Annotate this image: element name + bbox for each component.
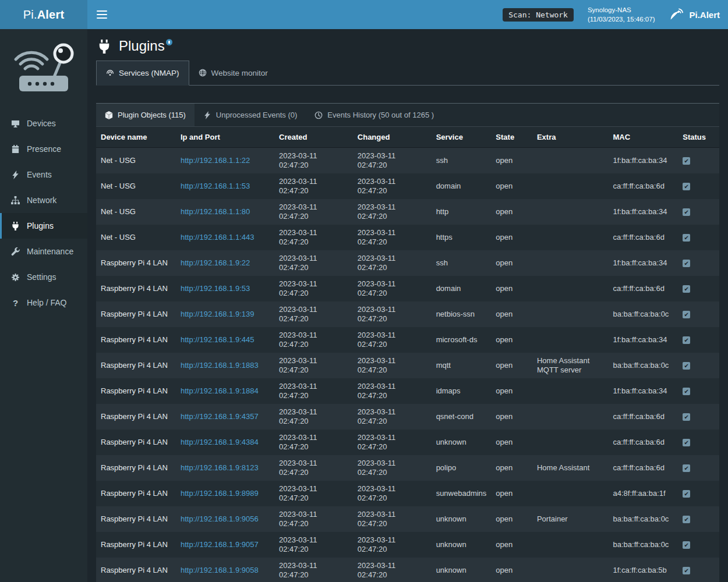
ip-port-link[interactable]: http://192.168.1.1:53 (181, 182, 250, 190)
brand-link[interactable]: Pi.Alert (669, 8, 720, 21)
ip-port-link[interactable]: http://192.168.1.9:22 (181, 258, 250, 267)
cell-status (678, 532, 719, 558)
col-created[interactable]: Created (274, 127, 353, 148)
ip-port-link[interactable]: http://192.168.1.9:53 (181, 284, 250, 293)
col-status[interactable]: Status (678, 127, 719, 148)
cell-extra (532, 199, 609, 225)
status-checkbox[interactable] (683, 260, 690, 267)
cell-changed: 2023-03-11 02:47:20 (353, 301, 432, 327)
col-state[interactable]: State (491, 127, 532, 148)
table-row: Raspberry Pi 4 LAN http://192.168.1.9:81… (96, 455, 719, 481)
cell-status (678, 455, 719, 481)
ip-port-link[interactable]: http://192.168.1.1:80 (181, 207, 250, 216)
server-info: Synology-NAS (11/03/2023, 15:46:07) (588, 5, 655, 24)
col-changed[interactable]: Changed (353, 127, 432, 148)
status-checkbox[interactable] (683, 311, 690, 318)
ip-port-link[interactable]: http://192.168.1.9:8123 (181, 463, 259, 472)
cell-service: unknown (432, 506, 492, 532)
col-ip-and-port[interactable]: Ip and Port (176, 127, 274, 148)
status-checkbox[interactable] (683, 541, 690, 549)
cell-mac: ca:ff:ff:ca:ba:6d (608, 225, 678, 250)
app-logo[interactable]: Pi.Alert (0, 0, 87, 29)
status-checkbox[interactable] (683, 183, 690, 190)
ip-port-link[interactable]: http://192.168.1.9:139 (181, 310, 255, 318)
table-row: Raspberry Pi 4 LAN http://192.168.1.9:90… (96, 506, 719, 532)
status-checkbox[interactable] (683, 362, 690, 370)
status-checkbox[interactable] (683, 208, 690, 216)
sidebar-item-presence[interactable]: Presence (0, 136, 87, 162)
cell-device-name: Raspberry Pi 4 LAN (96, 558, 176, 582)
cell-ip-port: http://192.168.1.1:80 (176, 199, 274, 225)
status-checkbox[interactable] (683, 413, 690, 421)
ip-port-link[interactable]: http://192.168.1.9:1884 (181, 386, 259, 395)
cell-state: open (491, 199, 532, 225)
ip-port-link[interactable]: http://192.168.1.9:445 (181, 335, 255, 344)
ip-port-link[interactable]: http://192.168.1.9:9058 (181, 566, 259, 574)
col-service[interactable]: Service (432, 127, 492, 148)
cell-ip-port: http://192.168.1.9:9057 (176, 532, 274, 558)
cell-created: 2023-03-11 02:47:20 (274, 353, 353, 378)
cell-created: 2023-03-11 02:47:20 (274, 558, 353, 582)
sidebar-item-events[interactable]: Events (0, 162, 87, 187)
cell-extra (532, 148, 609, 174)
sidebar-toggle-button[interactable] (87, 0, 116, 29)
cell-service: unknown (432, 558, 492, 582)
cell-extra (532, 378, 609, 404)
status-checkbox[interactable] (683, 157, 690, 165)
radar-icon (669, 8, 684, 21)
cell-changed: 2023-03-11 02:47:20 (353, 250, 432, 276)
subtab-plugin-objects[interactable]: Plugin Objects (115) (96, 104, 195, 126)
ip-port-link[interactable]: http://192.168.1.9:4357 (181, 412, 259, 421)
cell-changed: 2023-03-11 02:47:20 (353, 404, 432, 430)
cell-mac: 1f:ca:ff:ca:ba:5b (608, 558, 678, 582)
ip-port-link[interactable]: http://192.168.1.1:443 (181, 233, 255, 242)
sidebar-item-settings[interactable]: Settings (0, 264, 87, 290)
cell-extra: Home Assistant (532, 455, 609, 481)
table-header-row: Device name Ip and Port Created Changed … (96, 127, 719, 148)
subtab-unprocessed-events[interactable]: Unprocessed Events (0) (195, 104, 306, 126)
cell-changed: 2023-03-11 02:47:20 (353, 148, 432, 174)
ip-port-link[interactable]: http://192.168.1.9:9057 (181, 540, 259, 549)
plug-icon (97, 40, 111, 54)
tab-website-monitor[interactable]: Website monitor (189, 61, 277, 85)
status-checkbox[interactable] (683, 336, 690, 344)
cell-service: mqtt (432, 353, 492, 378)
subtab-label: Events History (50 out of 1265 ) (327, 111, 434, 119)
cell-created: 2023-03-11 02:47:20 (274, 455, 353, 481)
col-device-name[interactable]: Device name (96, 127, 176, 148)
status-checkbox[interactable] (683, 234, 690, 242)
status-checkbox[interactable] (683, 388, 690, 395)
sidebar-item-devices[interactable]: Devices (0, 111, 87, 136)
sidebar-item-network[interactable]: Network (0, 187, 87, 213)
ip-port-link[interactable]: http://192.168.1.9:4384 (181, 438, 259, 446)
sidebar-item-maintenance[interactable]: Maintenance (0, 239, 87, 264)
ip-port-link[interactable]: http://192.168.1.1:22 (181, 156, 250, 165)
status-checkbox[interactable] (683, 516, 690, 523)
cell-mac: 1f:ba:ff:ca:ba:34 (608, 250, 678, 276)
ip-port-link[interactable]: http://192.168.1.9:9056 (181, 514, 259, 523)
status-checkbox[interactable] (683, 285, 690, 293)
cell-state: open (491, 532, 532, 558)
server-name: Synology-NAS (588, 5, 655, 15)
status-checkbox[interactable] (683, 567, 690, 574)
tab-services-nmap[interactable]: Services (NMAP) (96, 61, 189, 86)
col-extra[interactable]: Extra (532, 127, 609, 148)
plugin-subtabs: Plugin Objects (115) Unprocessed Events … (96, 103, 719, 127)
col-mac[interactable]: MAC (608, 127, 678, 148)
cell-created: 2023-03-11 02:47:20 (274, 148, 353, 174)
sidebar-item-help[interactable]: ? Help / FAQ (0, 290, 87, 315)
ip-port-link[interactable]: http://192.168.1.9:8989 (181, 489, 259, 498)
cell-ip-port: http://192.168.1.9:8989 (176, 481, 274, 506)
subtab-events-history[interactable]: Events History (50 out of 1265 ) (306, 104, 443, 126)
cell-device-name: Raspberry Pi 4 LAN (96, 455, 176, 481)
cell-state: open (491, 558, 532, 582)
status-checkbox[interactable] (683, 464, 690, 472)
sidebar-item-label: Presence (27, 144, 61, 154)
status-checkbox[interactable] (683, 439, 690, 446)
sidebar-item-plugins[interactable]: Plugins (0, 213, 87, 239)
status-checkbox[interactable] (683, 490, 690, 498)
plugins-info-badge[interactable] (166, 39, 172, 45)
cell-changed: 2023-03-11 02:47:20 (353, 506, 432, 532)
page-title: Plugins (119, 37, 171, 55)
ip-port-link[interactable]: http://192.168.1.9:1883 (181, 361, 259, 370)
